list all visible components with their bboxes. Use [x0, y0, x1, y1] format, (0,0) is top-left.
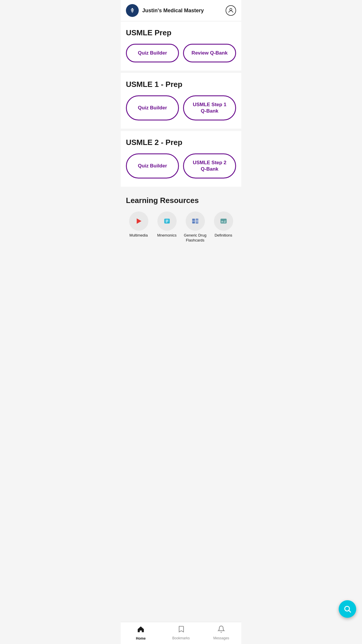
resource-item-flashcards[interactable]: Generic DrugFlashcards — [182, 211, 208, 243]
usmle-prep-buttons: Quiz Builder Review Q-Bank — [126, 44, 236, 62]
resource-item-multimedia[interactable]: Multimedia — [126, 211, 151, 243]
usmle2-prep-buttons: Quiz Builder USMLE Step 2Q-Bank — [126, 153, 236, 178]
resource-item-definitions[interactable]: A-Z Definitions — [211, 211, 236, 243]
header-left: Justin's Medical Mastery — [126, 4, 204, 17]
usmle1-prep-section: USMLE 1 - Prep Quiz Builder USMLE Step 1… — [121, 73, 241, 129]
usmle-prep-title: USMLE Prep — [126, 28, 236, 37]
svg-point-2 — [132, 8, 133, 9]
svg-marker-4 — [137, 218, 141, 224]
app-logo — [126, 4, 139, 17]
mnemonics-icon — [157, 211, 177, 231]
resources-row: Multimedia Mnemonics — [126, 211, 236, 243]
user-profile-button[interactable] — [226, 5, 236, 16]
resource-item-mnemonics[interactable]: Mnemonics — [154, 211, 180, 243]
flashcards-label: Generic DrugFlashcards — [184, 233, 206, 243]
learning-resources-title: Learning Resources — [126, 196, 236, 205]
multimedia-label: Multimedia — [129, 233, 148, 238]
usmle-prep-section: USMLE Prep Quiz Builder Review Q-Bank — [121, 21, 241, 71]
definitions-icon: A-Z — [214, 211, 233, 231]
definitions-label: Definitions — [215, 233, 232, 238]
usmle1-prep-title: USMLE 1 - Prep — [126, 80, 236, 89]
usmle2-prep-title: USMLE 2 - Prep — [126, 138, 236, 147]
step1-qbank-button[interactable]: USMLE Step 1Q-Bank — [183, 95, 236, 120]
quiz-builder-step2-button[interactable]: Quiz Builder — [126, 153, 179, 178]
step2-qbank-button[interactable]: USMLE Step 2Q-Bank — [183, 153, 236, 178]
step2-qbank-label: USMLE Step 2Q-Bank — [193, 160, 226, 172]
svg-text:A-Z: A-Z — [221, 220, 226, 223]
quiz-builder-step1-button[interactable]: Quiz Builder — [126, 95, 179, 120]
step1-qbank-label: USMLE Step 1Q-Bank — [193, 102, 226, 114]
review-qbank-button[interactable]: Review Q-Bank — [183, 44, 236, 62]
multimedia-icon — [129, 211, 148, 231]
header-title: Justin's Medical Mastery — [142, 8, 204, 14]
svg-point-3 — [230, 8, 232, 10]
app-header: Justin's Medical Mastery — [121, 0, 241, 21]
quiz-builder-general-button[interactable]: Quiz Builder — [126, 44, 179, 62]
usmle2-prep-section: USMLE 2 - Prep Quiz Builder USMLE Step 2… — [121, 131, 241, 187]
mnemonics-label: Mnemonics — [157, 233, 176, 238]
usmle1-prep-buttons: Quiz Builder USMLE Step 1Q-Bank — [126, 95, 236, 120]
learning-resources-section: Learning Resources Multimedia — [121, 189, 241, 249]
flashcards-icon — [186, 211, 205, 231]
